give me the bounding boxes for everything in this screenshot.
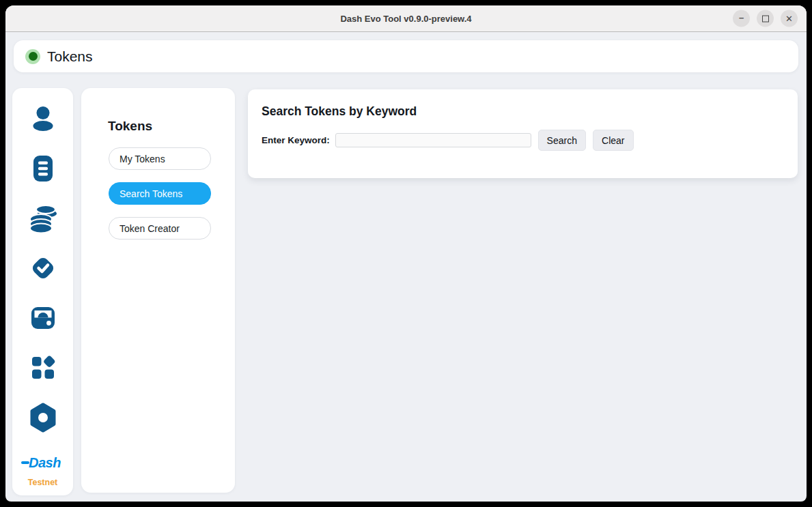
search-tokens-card: Search Tokens by Keyword Enter Keyword: …	[248, 89, 798, 178]
maximize-button[interactable]	[757, 10, 774, 27]
document-list-icon	[28, 154, 58, 184]
keyword-input[interactable]	[335, 133, 531, 147]
minimize-button[interactable]: –	[733, 10, 750, 27]
check-badge-icon	[27, 252, 59, 284]
person-icon	[28, 104, 58, 134]
maximize-icon	[762, 15, 769, 22]
tab-token-creator[interactable]: Token Creator	[109, 217, 211, 240]
keyword-row: Enter Keyword: Search Clear	[262, 130, 784, 151]
coins-stack-icon	[27, 203, 59, 233]
header-bar: Tokens	[14, 40, 798, 72]
search-button[interactable]: Search	[538, 130, 586, 151]
titlebar: Dash Evo Tool v0.9.0-preview.4 – ✕	[5, 5, 807, 32]
sidebar-item-identities[interactable]	[27, 102, 59, 135]
window-controls: – ✕	[733, 10, 798, 27]
sidebar-item-tokens[interactable]	[27, 202, 59, 235]
dash-logo: Dash	[25, 455, 61, 471]
sidebar-item-contracts[interactable]	[27, 152, 59, 185]
tab-search-tokens[interactable]: Search Tokens	[109, 182, 211, 205]
sidebar-footer: Dash Testnet	[12, 455, 73, 487]
keyword-label: Enter Keyword:	[262, 135, 330, 145]
sidebar-item-apps[interactable]	[27, 351, 59, 384]
hex-nut-icon	[27, 402, 59, 433]
status-dot-icon	[25, 49, 40, 64]
window-title: Dash Evo Tool v0.9.0-preview.4	[340, 14, 471, 24]
header-label: Tokens	[47, 48, 93, 65]
tokens-panel: Tokens My Tokens Search Tokens Token Cre…	[81, 88, 235, 493]
sidebar-item-platform[interactable]	[27, 401, 59, 434]
tab-my-tokens[interactable]: My Tokens	[109, 147, 211, 170]
sidebar-item-proofs[interactable]	[27, 252, 59, 285]
close-button[interactable]: ✕	[781, 10, 798, 27]
network-label: Testnet	[28, 478, 58, 487]
minimize-icon: –	[739, 13, 744, 22]
sidebar: Dash Testnet	[12, 88, 73, 495]
clear-button[interactable]: Clear	[593, 130, 634, 151]
close-icon: ✕	[785, 14, 793, 23]
search-heading: Search Tokens by Keyword	[262, 104, 417, 119]
sidebar-item-wallet[interactable]	[27, 302, 59, 334]
panel-title: Tokens	[108, 119, 152, 134]
app-window: Dash Evo Tool v0.9.0-preview.4 – ✕ Token…	[5, 5, 807, 502]
dash-logo-bar	[21, 461, 29, 464]
wallet-icon	[27, 303, 59, 333]
shapes-grid-icon	[28, 353, 58, 383]
